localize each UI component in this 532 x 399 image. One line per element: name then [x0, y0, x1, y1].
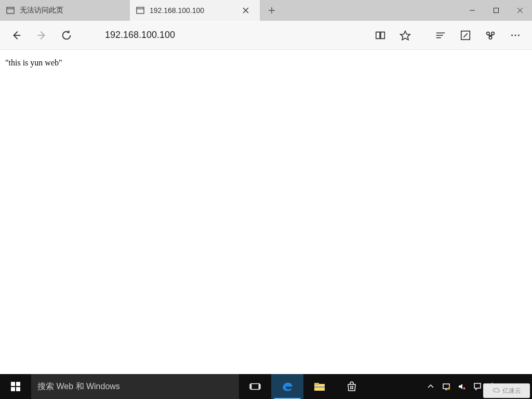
watermark-text: 亿速云	[502, 387, 521, 395]
forward-button[interactable]	[29, 23, 54, 48]
tray-volume-icon[interactable]	[454, 374, 470, 399]
watermark: 亿速云	[483, 383, 530, 398]
address-bar[interactable]	[79, 30, 368, 41]
svg-rect-25	[11, 382, 15, 386]
hub-button[interactable]	[428, 23, 453, 48]
svg-point-41	[448, 388, 450, 390]
tab-active[interactable]: 192.168.100.100	[130, 0, 260, 21]
tab-inactive[interactable]: 无法访问此页	[0, 0, 130, 21]
svg-rect-37	[350, 388, 352, 390]
svg-point-23	[515, 34, 516, 36]
svg-point-22	[511, 34, 513, 36]
svg-rect-29	[251, 384, 260, 390]
search-placeholder: 搜索 Web 和 Windows	[37, 381, 120, 392]
taskbar-app-store[interactable]	[336, 374, 368, 399]
tray-network-icon[interactable]	[438, 374, 454, 399]
taskbar-app-edge[interactable]	[271, 374, 303, 399]
minimize-button[interactable]	[460, 0, 484, 21]
svg-rect-9	[494, 8, 499, 13]
new-tab-button[interactable]	[260, 0, 283, 21]
svg-rect-27	[11, 387, 15, 391]
svg-marker-14	[401, 31, 410, 39]
task-view-button[interactable]	[239, 374, 271, 399]
titlebar: 无法访问此页 192.168.100.100	[0, 0, 532, 21]
web-note-button[interactable]	[453, 23, 478, 48]
more-button[interactable]	[503, 23, 528, 48]
reading-view-button[interactable]	[368, 23, 393, 48]
close-window-button[interactable]	[508, 0, 532, 21]
refresh-button[interactable]	[54, 23, 79, 48]
svg-rect-33	[314, 383, 319, 385]
url-input[interactable]	[105, 30, 368, 41]
taskbar: 搜索 Web 和 Windows 中 22:13	[0, 374, 532, 399]
svg-rect-26	[16, 382, 20, 386]
tab-label: 无法访问此页	[20, 6, 63, 15]
toolbar	[0, 21, 532, 50]
tray-chevron-up-icon[interactable]	[423, 374, 438, 399]
svg-marker-42	[459, 384, 462, 389]
back-button[interactable]	[4, 23, 29, 48]
taskbar-search[interactable]: 搜索 Web 和 Windows	[31, 374, 239, 399]
svg-rect-36	[352, 386, 354, 388]
favorites-button[interactable]	[393, 23, 418, 48]
taskbar-app-explorer[interactable]	[303, 374, 336, 399]
svg-rect-0	[7, 7, 14, 14]
start-button[interactable]	[0, 374, 31, 399]
maximize-button[interactable]	[484, 0, 508, 21]
svg-rect-2	[137, 7, 144, 14]
share-button[interactable]	[478, 23, 503, 48]
page-text: "this is yun web"	[5, 58, 62, 67]
page-content: "this is yun web"	[0, 50, 532, 374]
close-tab-button[interactable]	[238, 3, 254, 18]
svg-rect-35	[350, 386, 352, 388]
svg-rect-38	[352, 388, 354, 390]
page-icon	[6, 6, 15, 15]
tab-label: 192.168.100.100	[150, 6, 204, 15]
page-icon	[136, 6, 144, 15]
svg-rect-28	[16, 387, 20, 391]
svg-point-24	[518, 34, 520, 36]
svg-rect-34	[314, 387, 325, 388]
titlebar-drag-area[interactable]	[283, 0, 460, 21]
